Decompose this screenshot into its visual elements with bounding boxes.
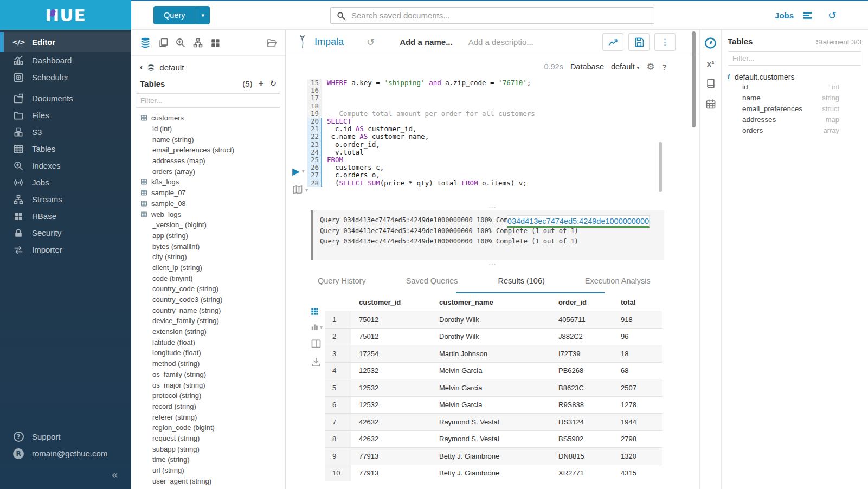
column-tree-item[interactable]: bytes (smallint) [131,241,285,252]
column-tree-item[interactable]: id (int) [131,124,285,134]
column-tree-item[interactable]: device_family (string) [131,316,285,326]
resize-handle-top[interactable]: ··· [286,203,699,210]
sidebar-item-indexes[interactable]: Indexes [0,157,131,174]
table-row[interactable]: 612532Melvin GarciaR9S8381278 [325,396,662,414]
sidebar-item-s3[interactable]: S3 [0,124,131,140]
table-row[interactable]: 412532Melvin GarciaPB626868 [325,362,662,379]
download-icon[interactable] [311,357,322,368]
databases-source-icon[interactable] [139,37,151,49]
global-search[interactable] [330,7,654,24]
column-tree-item[interactable]: orders (array) [131,166,285,177]
column-tree-item[interactable]: client_ip (string) [131,262,285,273]
hue-logo[interactable]: HUE [45,5,86,25]
code-area[interactable]: 1516171819202122232425262728 WHERE a.key… [307,79,535,187]
chevron-down-icon[interactable]: ▾ [305,187,308,193]
tab-results[interactable]: Results (106) [498,276,545,293]
database-name[interactable]: default [159,63,184,72]
column-tree-item[interactable]: subapp (string) [131,443,285,454]
sidebar-item-hbase[interactable]: HBase [0,208,131,224]
schedule-calendar-icon[interactable] [705,99,716,110]
tab-saved-queries[interactable]: Saved Queries [406,276,458,293]
table-tree-item[interactable]: customers [131,113,285,124]
table-row[interactable]: 317254Martin JohnsonI72T3918 [325,345,662,362]
column-tree-item[interactable]: time (string) [131,454,285,465]
history-icon[interactable]: ↺ [828,9,837,21]
query-history-icon[interactable]: ↺ [367,36,375,48]
column-header[interactable]: customer_name [432,298,551,306]
columns-icon[interactable] [311,338,322,349]
resize-handle-bottom[interactable]: ··· [286,260,699,267]
table-tree-item[interactable]: sample_08 [131,198,285,209]
query-name-field[interactable]: Add a name... [400,37,453,47]
column-tree-item[interactable]: protocol (string) [131,390,285,401]
column-tree-item[interactable]: email_preferences (struct) [131,145,285,156]
documents-source-icon[interactable] [158,37,169,48]
sidebar-item-tables[interactable]: Tables [0,140,131,157]
column-tree-item[interactable]: code (tinyint) [131,273,285,284]
jobs-link[interactable]: Jobs [775,11,794,20]
folder-open-icon[interactable] [266,37,277,48]
column-tree-item[interactable]: addresses (map) [131,156,285,166]
sidebar-item-support[interactable]: ? Support [0,428,131,445]
sidebar-item-user[interactable]: R romain@gethue.com [0,445,131,462]
chevron-left-icon[interactable]: ‹ [140,62,143,72]
column-tree-item[interactable]: longitude (float) [131,348,285,358]
right-column-row[interactable]: ordersarray [728,125,861,136]
column-tree-item[interactable]: name (string) [131,134,285,145]
apps-grid-icon[interactable] [210,37,221,48]
column-tree-item[interactable]: city (string) [131,252,285,262]
right-column-row[interactable]: email_preferencesstruct [728,103,861,114]
editor-scrollbar[interactable] [659,142,662,192]
add-table-icon[interactable]: + [258,78,263,89]
column-tree-item[interactable]: request (string) [131,433,285,444]
column-tree-item[interactable]: url (string) [131,465,285,476]
sidebar-item-importer[interactable]: Importer [0,241,131,258]
column-tree-item[interactable]: os_family (string) [131,369,285,380]
column-tree-item[interactable]: _version_ (bigint) [131,220,285,230]
column-tree-item[interactable]: record (string) [131,401,285,412]
query-description-field[interactable]: Add a descriptio... [468,37,533,47]
search-plus-icon[interactable] [175,37,186,48]
sql-code[interactable]: WHERE a.key = 'shipping' and a.zip_code … [322,79,535,187]
column-tree-item[interactable]: user_agent (string) [131,475,285,486]
column-tree-item[interactable]: extension (string) [131,326,285,337]
new-query-button[interactable]: Query ▾ [153,6,210,24]
database-select[interactable]: default ▾ [611,62,640,71]
refresh-icon[interactable]: ↻ [269,79,277,88]
sidebar-item-scheduler[interactable]: Scheduler [0,69,131,86]
table-tree-item[interactable]: sample_07 [131,188,285,198]
column-header[interactable]: total [613,298,662,306]
engine-name[interactable]: Impala [314,36,344,48]
sidebar-item-files[interactable]: Files [0,107,131,124]
column-header[interactable]: customer_id [351,298,432,306]
column-tree-item[interactable]: app (string) [131,230,285,241]
table-row[interactable]: 742632Raymond S. VestalHS31241944 [325,413,662,430]
settings-gear-icon[interactable]: ⚙ [647,61,655,72]
right-filter-input[interactable] [728,51,861,66]
column-tree-item[interactable]: latitude (float) [131,337,285,348]
right-table-entry[interactable]: i default.customers [728,73,861,81]
column-tree-item[interactable]: country_code3 (string) [131,294,285,305]
presentation-map-icon[interactable] [292,184,303,195]
table-row[interactable]: 175012Dorothy Wilk4056711918 [325,311,662,328]
column-tree-item[interactable]: method (string) [131,358,285,369]
tab-execution-analysis[interactable]: Execution Analysis [585,276,651,293]
table-row[interactable]: 977913Betty J. GiambroneDN88151320 [325,447,662,465]
right-column-row[interactable]: namestring [728,92,861,103]
search-input[interactable] [350,10,654,21]
tab-query-history[interactable]: Query History [318,276,366,293]
grid-view-icon[interactable] [311,307,319,316]
help-icon[interactable]: ? [662,62,667,72]
column-tree-item[interactable]: os_major (string) [131,379,285,390]
column-header[interactable]: order_id [551,298,613,306]
sitemap-source-icon[interactable] [192,37,203,48]
language-reference-book-icon[interactable] [705,78,716,89]
column-tree-item[interactable]: region_code (bigint) [131,422,285,433]
save-button[interactable] [628,33,650,51]
chart-button[interactable] [602,33,623,51]
sidebar-item-streams[interactable]: Streams [0,191,131,208]
functions-icon[interactable]: x² [707,59,714,68]
sidebar-item-security[interactable]: Security [0,224,131,241]
sidebar-collapse-button[interactable]: « [0,462,131,489]
sidebar-item-jobs[interactable]: Jobs [0,174,131,191]
